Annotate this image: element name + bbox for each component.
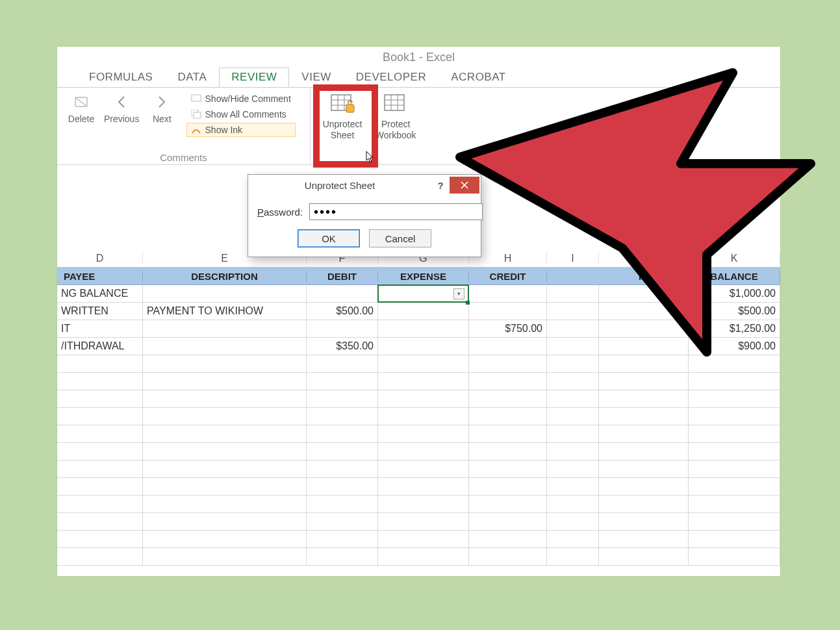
grid-body[interactable]: NG BALANCE▾$1,000.00WRITTENPAYMENT TO WI… [57,285,780,566]
cell[interactable] [469,355,547,372]
cell[interactable] [547,496,599,512]
table-row[interactable] [57,496,780,513]
cell[interactable] [689,408,780,425]
cell[interactable] [469,513,547,530]
table-row[interactable] [57,355,780,373]
cell[interactable] [469,373,547,390]
cell[interactable] [57,355,143,372]
cell[interactable] [469,496,547,512]
cell[interactable] [57,548,143,565]
cell[interactable] [547,303,599,320]
cell[interactable]: $1,000.00 [689,285,780,302]
cell[interactable] [378,548,469,565]
cell[interactable] [143,460,307,477]
cell[interactable] [547,513,599,530]
cell[interactable] [469,478,547,495]
cell[interactable] [307,373,378,390]
cell[interactable] [143,338,307,355]
cell[interactable] [689,548,780,565]
cell[interactable]: $500.00 [307,303,378,320]
cell[interactable] [378,478,469,495]
cell[interactable] [57,531,143,548]
cell[interactable] [689,531,780,548]
cell[interactable] [599,478,689,495]
show-hide-comment-button[interactable]: Show/Hide Comment [186,92,296,106]
cell[interactable] [143,443,307,460]
cell[interactable]: NG BALANCE [57,285,143,302]
cell[interactable] [307,496,378,512]
cell[interactable] [469,460,547,477]
cell[interactable] [307,443,378,460]
cell[interactable] [143,496,307,512]
cell[interactable] [143,320,307,337]
cell[interactable] [307,460,378,477]
cell[interactable] [378,338,469,355]
cell[interactable] [307,355,378,372]
ok-button[interactable]: OK [298,229,360,247]
cell[interactable] [547,390,599,407]
cell[interactable]: $500.00 [689,303,780,320]
tab-review[interactable]: REVIEW [219,68,289,87]
cell[interactable] [547,355,599,372]
cell[interactable] [469,531,547,548]
tab-view[interactable]: VIEW [289,68,343,87]
cell[interactable] [307,531,378,548]
cell[interactable] [599,303,689,320]
cell[interactable] [547,478,599,495]
cell[interactable]: WRITTEN [57,303,143,320]
cell[interactable] [547,320,599,337]
cell[interactable] [689,513,780,530]
cell[interactable] [307,320,378,337]
cell[interactable] [689,478,780,495]
password-input[interactable] [309,203,483,220]
cell[interactable] [469,408,547,425]
cell[interactable] [307,478,378,495]
cell[interactable] [378,531,469,548]
cell[interactable] [378,408,469,425]
cell[interactable] [547,338,599,355]
cell[interactable] [57,373,143,390]
tab-data[interactable]: DATA [165,68,219,87]
cell[interactable] [689,425,780,442]
cell[interactable] [599,496,689,512]
show-ink-button[interactable]: Show Ink [186,123,296,137]
cell[interactable] [378,355,469,372]
cell[interactable] [547,425,599,442]
cell[interactable] [378,460,469,477]
cell[interactable] [143,285,307,302]
next-comment-button[interactable]: Next [143,92,181,125]
cell[interactable] [599,425,689,442]
cell[interactable]: $750.00 [469,320,547,337]
cell[interactable] [689,443,780,460]
col-K[interactable]: K [689,253,780,264]
tab-acrobat[interactable]: ACROBAT [439,68,518,87]
cell[interactable] [143,390,307,407]
previous-comment-button[interactable]: Previous [103,92,140,125]
cell[interactable] [307,285,378,302]
cell[interactable]: $900.00 [689,338,780,355]
cell[interactable] [57,478,143,495]
table-row[interactable] [57,408,780,425]
cell[interactable] [57,390,143,407]
cell[interactable] [307,425,378,442]
cell[interactable] [469,285,547,302]
cell[interactable] [307,548,378,565]
cell[interactable] [57,496,143,512]
cell-dropdown-button[interactable]: ▾ [453,288,465,299]
cell[interactable]: PAYMENT TO WIKIHOW [143,303,307,320]
cell[interactable] [689,390,780,407]
cell[interactable] [599,285,689,302]
table-row[interactable] [57,443,780,460]
show-all-comments-button[interactable]: Show All Comments [186,107,296,121]
cell[interactable] [143,373,307,390]
cell[interactable] [547,548,599,565]
cell[interactable] [378,303,469,320]
col-I[interactable]: I [547,253,599,264]
cell[interactable] [547,285,599,302]
table-row[interactable]: IT$750.00$1,250.00 [57,320,780,338]
cell[interactable] [378,390,469,407]
unprotect-sheet-button[interactable]: Unprotect Sheet [317,92,368,141]
cell[interactable] [307,390,378,407]
cell[interactable] [143,548,307,565]
dialog-close-button[interactable] [450,177,479,194]
